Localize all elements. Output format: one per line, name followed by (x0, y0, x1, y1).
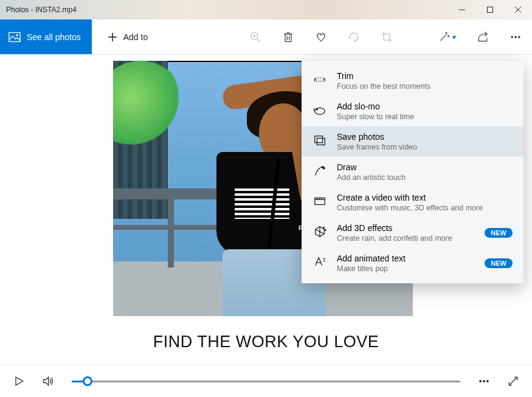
svg-point-51 (480, 380, 482, 382)
window-title: Photos - INSTA2.mp4 (0, 5, 448, 14)
saveframes-icon (313, 133, 327, 148)
minimize-button[interactable] (448, 0, 476, 19)
speaker-icon (42, 375, 54, 387)
playback-more-button[interactable] (474, 371, 494, 392)
ellipsis-icon (478, 375, 490, 387)
rotate-icon (348, 31, 360, 43)
crop-button[interactable] (370, 19, 403, 54)
new-badge: NEW (485, 228, 513, 238)
menu-item-title: Save photos (337, 132, 417, 142)
menu-item-subtitle: Create rain, add confetti and more (337, 234, 452, 243)
playback-bar (0, 365, 532, 396)
createvideo-icon (313, 194, 327, 209)
main-viewport: Polaroid FIND THE WORK YOU LOVE Trim Foc… (0, 55, 532, 365)
see-all-label: See all photos (27, 32, 81, 42)
svg-marker-50 (44, 377, 49, 385)
menu-item-3d-effects[interactable]: Add 3D effects Create rain, add confetti… (302, 218, 523, 248)
volume-button[interactable] (38, 371, 58, 392)
svg-rect-35 (315, 136, 323, 143)
svg-point-32 (315, 108, 325, 114)
svg-line-54 (509, 381, 513, 385)
chevron-down-icon: ▾ (452, 33, 456, 41)
share-icon (477, 31, 489, 43)
menu-item-title: Trim (337, 71, 430, 81)
zoom-button[interactable] (239, 19, 272, 54)
svg-rect-12 (285, 34, 291, 42)
add-to-label: Add to (123, 32, 148, 42)
menu-item-create-video[interactable]: Create a video with text Customise with … (302, 187, 523, 218)
menu-item-subtitle: Customise with music, 3D effects and mor… (337, 204, 483, 212)
menu-item-title: Add animated text (337, 254, 406, 263)
new-badge: NEW (485, 258, 513, 268)
svg-point-5 (16, 34, 18, 36)
svg-rect-36 (315, 198, 325, 205)
svg-point-53 (487, 380, 489, 382)
svg-marker-49 (16, 377, 23, 385)
trash-icon (282, 31, 294, 43)
fullscreen-icon (507, 375, 519, 387)
animtext-icon (313, 255, 327, 269)
menu-item-subtitle: Focus on the best moments (337, 82, 430, 91)
svg-point-28 (519, 36, 520, 38)
slomo-icon (313, 103, 327, 117)
crop-icon (381, 31, 393, 43)
svg-point-33 (317, 109, 318, 110)
svg-point-27 (515, 36, 517, 38)
menu-item-subtitle: Make titles pop (337, 264, 406, 273)
svg-point-44 (323, 227, 325, 229)
svg-point-45 (325, 229, 326, 230)
svg-rect-4 (9, 32, 20, 41)
maximize-button[interactable] (476, 0, 504, 19)
delete-button[interactable] (272, 19, 305, 54)
menu-item-trim[interactable]: Trim Focus on the best moments (302, 66, 523, 96)
ellipsis-icon (510, 31, 522, 43)
menu-item-save-photos[interactable]: Save photos Save frames from video (302, 126, 523, 157)
favorite-button[interactable] (305, 19, 337, 54)
menu-item-animated-text[interactable]: Add animated text Make titles pop NEW (302, 248, 523, 278)
svg-rect-1 (488, 7, 493, 13)
play-button[interactable] (9, 371, 29, 392)
share-button[interactable] (466, 19, 499, 54)
menu-item-title: Add slo-mo (337, 102, 414, 111)
menu-item-subtitle: Save frames from video (337, 143, 417, 151)
edit-create-button[interactable]: ▾ (427, 19, 466, 54)
svg-point-26 (511, 36, 513, 38)
magic-wand-icon (438, 31, 450, 43)
fullscreen-button[interactable] (503, 371, 523, 392)
plus-icon (108, 32, 117, 42)
trim-icon (313, 72, 327, 87)
menu-item-subtitle: Add an artistic touch (337, 173, 406, 182)
heart-icon (315, 31, 327, 43)
video-caption: FIND THE WORK YOU LOVE (0, 333, 532, 351)
menu-item-title: Draw (337, 162, 406, 172)
menu-item-title: Create a video with text (337, 193, 483, 202)
menu-item-title: Add 3D effects (337, 223, 452, 233)
add-to-button[interactable]: Add to (95, 19, 160, 54)
svg-rect-29 (316, 78, 324, 81)
seek-thumb[interactable] (83, 376, 92, 386)
menu-item-slomo[interactable]: Add slo-mo Super slow to real time (302, 96, 523, 126)
play-icon (13, 375, 25, 387)
photos-icon (9, 32, 21, 43)
menu-item-subtitle: Super slow to real time (337, 112, 414, 121)
svg-point-52 (483, 380, 485, 382)
toolbar: See all photos Add to ▾ (0, 19, 532, 55)
svg-line-9 (257, 38, 260, 41)
more-button[interactable] (499, 19, 532, 54)
svg-rect-34 (317, 138, 325, 145)
see-all-photos-button[interactable]: See all photos (0, 19, 92, 54)
menu-item-draw[interactable]: Draw Add an artistic touch (302, 157, 523, 187)
svg-line-21 (440, 34, 446, 40)
seek-slider[interactable] (72, 375, 460, 387)
edit-dropdown-menu: Trim Focus on the best moments Add slo-m… (302, 61, 523, 283)
rotate-button[interactable] (337, 19, 370, 54)
titlebar: Photos - INSTA2.mp4 (0, 0, 532, 19)
svg-line-55 (513, 377, 517, 381)
zoom-icon (249, 31, 261, 43)
3deffects-icon (313, 224, 327, 239)
draw-icon (313, 164, 327, 178)
close-button[interactable] (504, 0, 532, 19)
